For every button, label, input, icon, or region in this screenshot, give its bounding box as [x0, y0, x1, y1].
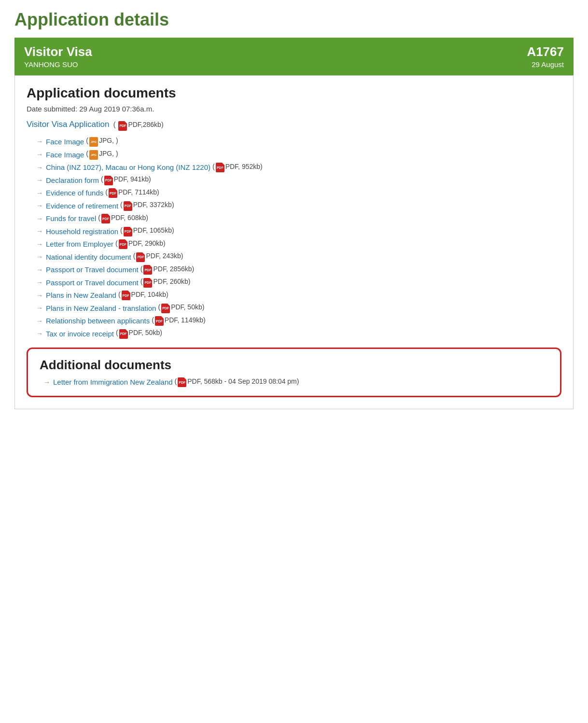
jpg-icon: JPG [89, 137, 98, 147]
doc-link[interactable]: National identity document [46, 253, 131, 261]
doc-link[interactable]: Letter from Employer [46, 240, 113, 248]
list-item: →Plans in New Zealand - translation (PDF… [27, 303, 561, 313]
arrow-icon: → [36, 202, 43, 209]
doc-link[interactable]: Declaration form [46, 176, 99, 184]
pdf-icon: PDF [155, 316, 164, 326]
visa-header-left: Visitor Visa YANHONG SUO [24, 44, 92, 69]
additional-file-info: (PDFPDF, 568kb - 04 Sep 2019 08:04 pm) [175, 377, 299, 388]
file-info: (PDFPDF, 260kb) [140, 278, 191, 288]
pdf-icon: PDF [122, 291, 130, 300]
file-info: (PDFPDF, 50kb) [158, 303, 204, 313]
main-doc-file-info: ( PDFPDF,286kb) [113, 121, 164, 128]
file-info: (PDFPDF, 608kb) [98, 214, 148, 224]
arrow-icon: → [36, 164, 43, 171]
arrow-icon: → [36, 278, 43, 286]
arrow-icon: → [36, 330, 43, 337]
file-info: (PDFPDF, 104kb) [118, 291, 168, 301]
doc-link[interactable]: Tax or invoice receipt [46, 330, 114, 338]
list-item: →Face Image (JPGJPG, ) [27, 137, 561, 147]
arrow-icon: → [36, 227, 43, 235]
arrow-icon: → [43, 378, 50, 386]
arrow-icon: → [36, 304, 43, 312]
pdf-icon: PDF [104, 176, 113, 185]
list-item: →Tax or invoice receipt (PDFPDF, 50kb) [27, 329, 561, 339]
visitor-visa-application-link[interactable]: Visitor Visa Application [27, 120, 109, 129]
list-item: →Evidence of funds (PDFPDF, 7114kb) [27, 188, 561, 198]
document-list: →Face Image (JPGJPG, )→Face Image (JPGJP… [27, 137, 561, 339]
app-date: 29 August [527, 60, 564, 69]
arrow-icon: → [36, 138, 43, 145]
file-info: (PDFPDF, 7114kb) [105, 188, 159, 198]
list-item: →Relationship between applicants (PDFPDF… [27, 316, 561, 326]
file-info: (JPGJPG, ) [86, 150, 118, 160]
page-title: Application details [14, 10, 574, 30]
file-info: (PDFPDF, 243kb) [133, 252, 183, 262]
pdf-icon: PDF [119, 239, 127, 249]
file-info: (PDFPDF, 2856kb) [140, 265, 195, 275]
additional-list-item: →Letter from Immigration New Zealand (PD… [40, 377, 548, 388]
visa-header-right: A1767 29 August [527, 44, 564, 69]
arrow-icon: → [36, 317, 43, 325]
doc-link[interactable]: Passport or Travel document [46, 278, 139, 287]
additional-documents-section: Additional documents →Letter from Immigr… [27, 348, 561, 398]
arrow-icon: → [36, 240, 43, 248]
file-info: (PDFPDF, 1065kb) [120, 226, 174, 236]
doc-link[interactable]: Evidence of retirement [46, 202, 118, 210]
pdf-icon: PDF [161, 304, 170, 313]
pdf-icon: PDF [178, 377, 186, 387]
main-pdf-icon: PDF [118, 121, 127, 131]
doc-link[interactable]: Plans in New Zealand - translation [46, 304, 156, 312]
additional-documents-title: Additional documents [40, 358, 548, 373]
doc-link[interactable]: China (INZ 1027), Macau or Hong Kong (IN… [46, 163, 210, 171]
pdf-icon: PDF [143, 265, 152, 275]
visa-type: Visitor Visa [24, 44, 92, 59]
app-documents-title: Application documents [27, 85, 561, 101]
list-item: →Face Image (JPGJPG, ) [27, 150, 561, 160]
file-info: (PDFPDF, 1149kb) [152, 316, 206, 326]
list-item: →Letter from Employer (PDFPDF, 290kb) [27, 239, 561, 250]
doc-link[interactable]: Evidence of funds [46, 189, 103, 197]
arrow-icon: → [36, 151, 43, 158]
doc-link[interactable]: Funds for travel [46, 214, 96, 222]
arrow-icon: → [36, 189, 43, 197]
additional-document-list: →Letter from Immigration New Zealand (PD… [40, 377, 548, 388]
pdf-icon: PDF [124, 227, 132, 236]
doc-link[interactable]: Face Image [46, 138, 84, 146]
arrow-icon: → [36, 292, 43, 299]
jpg-icon: JPG [89, 150, 98, 160]
arrow-icon: → [36, 176, 43, 184]
doc-link[interactable]: Household registration [46, 227, 118, 236]
pdf-icon: PDF [136, 252, 145, 262]
doc-link[interactable]: Relationship between applicants [46, 317, 150, 325]
arrow-icon: → [36, 215, 43, 222]
list-item: →Declaration form (PDFPDF, 941kb) [27, 175, 561, 185]
list-item: →National identity document (PDFPDF, 243… [27, 252, 561, 262]
list-item: →Funds for travel (PDFPDF, 608kb) [27, 214, 561, 224]
list-item: →Passport or Travel document (PDFPDF, 28… [27, 265, 561, 275]
list-item: →Household registration (PDFPDF, 1065kb) [27, 226, 561, 236]
application-documents-box: Application documents Date submitted: 29… [14, 75, 574, 409]
pdf-icon: PDF [143, 278, 152, 288]
doc-link[interactable]: Plans in New Zealand [46, 291, 116, 299]
file-info: (PDFPDF, 3372kb) [120, 201, 174, 211]
file-info: (PDFPDF, 50kb) [116, 329, 162, 339]
file-info: (PDFPDF, 952kb) [212, 163, 263, 173]
pdf-icon: PDF [119, 329, 128, 339]
file-info: (PDFPDF, 941kb) [101, 175, 151, 185]
list-item: →Plans in New Zealand (PDFPDF, 104kb) [27, 291, 561, 301]
arrow-icon: → [36, 266, 43, 274]
additional-doc-link[interactable]: Letter from Immigration New Zealand [53, 378, 173, 386]
doc-link[interactable]: Face Image [46, 151, 84, 159]
file-info: (JPGJPG, ) [86, 137, 118, 147]
pdf-icon: PDF [101, 214, 110, 223]
arrow-icon: → [36, 253, 43, 261]
applicant-name: YANHONG SUO [24, 60, 92, 69]
file-info: (PDFPDF, 290kb) [115, 239, 166, 250]
doc-link[interactable]: Passport or Travel document [46, 265, 139, 274]
pdf-icon: PDF [216, 163, 224, 172]
pdf-icon: PDF [109, 188, 117, 198]
date-submitted: Date submitted: 29 Aug 2019 07:36a.m. [27, 105, 561, 113]
visa-header: Visitor Visa YANHONG SUO A1767 29 August [14, 38, 574, 75]
list-item: →Evidence of retirement (PDFPDF, 3372kb) [27, 201, 561, 211]
list-item: →China (INZ 1027), Macau or Hong Kong (I… [27, 163, 561, 173]
